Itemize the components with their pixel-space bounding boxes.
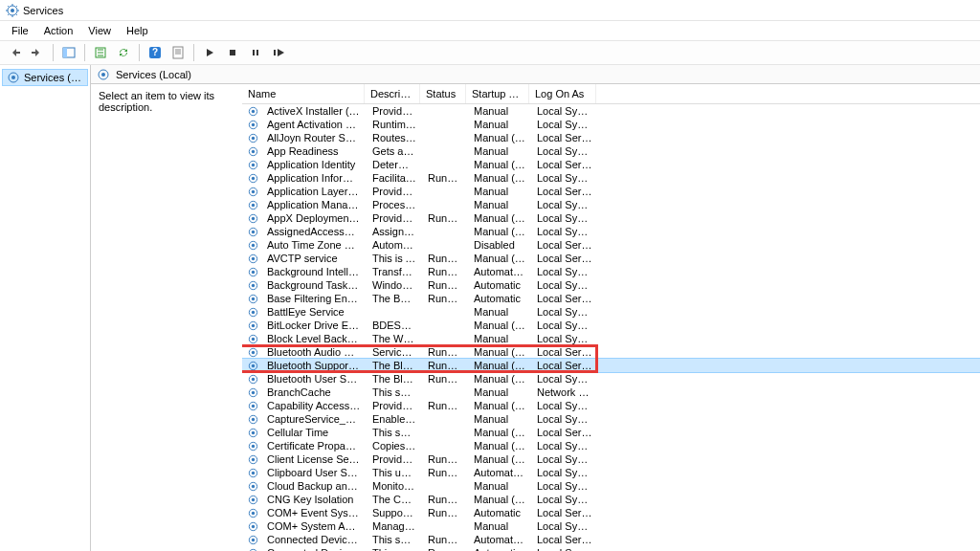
table-row[interactable]: Cellular TimeThis service ...Manual (Tri… bbox=[242, 426, 980, 439]
table-row[interactable]: Connected Devices Platfor...This user se… bbox=[242, 546, 980, 551]
menu-view[interactable]: View bbox=[80, 23, 119, 38]
col-logon[interactable]: Log On As bbox=[529, 84, 596, 103]
table-row[interactable]: Block Level Backup Engine ...The WBENG..… bbox=[242, 332, 980, 345]
table-row[interactable]: Capability Access Manager ...Provides fa… bbox=[242, 399, 980, 412]
table-row[interactable]: ActiveX Installer (AxInstSV)Provides Us.… bbox=[242, 104, 980, 118]
cell-status: Running bbox=[422, 359, 468, 372]
gear-icon bbox=[246, 198, 259, 211]
svg-point-79 bbox=[251, 524, 254, 527]
table-row[interactable]: BranchCacheThis service ...ManualNetwork… bbox=[242, 386, 980, 399]
tree-item-services-local[interactable]: Services (Local) bbox=[2, 69, 88, 86]
service-list[interactable]: Name Description Status Startup Type Log… bbox=[242, 84, 980, 551]
col-name[interactable]: Name bbox=[242, 84, 365, 103]
gear-icon bbox=[246, 278, 259, 292]
cell-name: Connected Devices Platfor... bbox=[261, 546, 367, 551]
restart-button[interactable] bbox=[268, 42, 289, 63]
svg-point-17 bbox=[251, 109, 254, 112]
table-row[interactable]: Bluetooth User Support Ser...The Bluetoo… bbox=[242, 372, 980, 386]
table-row[interactable]: Application IdentityDetermines ...Manual… bbox=[242, 158, 980, 171]
help-button[interactable]: ? bbox=[145, 42, 166, 63]
svg-point-19 bbox=[251, 122, 254, 125]
export-button[interactable] bbox=[90, 42, 111, 63]
gear-icon bbox=[246, 292, 259, 305]
table-row[interactable]: Cloud Backup and Restore ...Monitors th.… bbox=[242, 479, 980, 493]
cell-name: Application Identity bbox=[261, 158, 367, 171]
table-row[interactable]: Application InformationFacilitates t...R… bbox=[242, 171, 980, 185]
stop-button[interactable] bbox=[222, 42, 243, 63]
cell-startup: Manual (Trig... bbox=[468, 399, 531, 412]
back-button[interactable] bbox=[4, 42, 25, 63]
cell-startup: Manual (Trig... bbox=[468, 131, 531, 144]
gear-icon bbox=[246, 158, 259, 171]
table-row[interactable]: Agent Activation Runtime_...Runtime for.… bbox=[242, 118, 980, 131]
table-row[interactable]: Background Intelligent Tran...Transfers … bbox=[242, 265, 980, 278]
table-row[interactable]: BitLocker Drive Encryption ...BDESVC hos… bbox=[242, 319, 980, 332]
pause-button[interactable] bbox=[245, 42, 266, 63]
table-row[interactable]: Application Layer Gateway ...Provides su… bbox=[242, 185, 980, 198]
properties-button[interactable] bbox=[167, 42, 189, 63]
table-row[interactable]: Clipboard User Service_161e...This user … bbox=[242, 466, 980, 479]
cell-startup: Manual (Trig... bbox=[468, 345, 531, 359]
cell-desc: This is Audi... bbox=[367, 252, 422, 265]
cell-name: Capability Access Manager ... bbox=[261, 399, 367, 412]
cell-name: COM+ Event System bbox=[261, 506, 367, 519]
table-row[interactable]: App ReadinessGets apps re...ManualLocal … bbox=[242, 144, 980, 158]
cell-logon: Local Syste... bbox=[531, 439, 598, 452]
table-row[interactable]: Application ManagementProcesses in...Man… bbox=[242, 198, 980, 211]
table-row[interactable]: COM+ Event SystemSupports Sy...RunningAu… bbox=[242, 506, 980, 519]
tree-item-label: Services (Local) bbox=[24, 72, 83, 83]
gear-icon bbox=[246, 171, 259, 185]
gear-icon bbox=[246, 144, 259, 158]
table-row[interactable]: COM+ System ApplicationManages th...Manu… bbox=[242, 519, 980, 533]
menu-help[interactable]: Help bbox=[119, 23, 156, 38]
gear-icon bbox=[246, 493, 259, 506]
gear-icon bbox=[246, 118, 259, 131]
cell-startup: Manual bbox=[468, 198, 531, 211]
table-row[interactable]: AVCTP serviceThis is Audi...RunningManua… bbox=[242, 252, 980, 265]
cell-status: Running bbox=[422, 533, 468, 546]
gear-icon bbox=[246, 185, 259, 198]
table-row[interactable]: Bluetooth Support ServiceThe Bluetoo...R… bbox=[242, 359, 980, 372]
cell-name: ActiveX Installer (AxInstSV) bbox=[261, 104, 367, 118]
table-row[interactable]: Certificate PropagationCopies user ...Ma… bbox=[242, 439, 980, 452]
svg-rect-11 bbox=[274, 50, 276, 55]
menu-action[interactable]: Action bbox=[36, 23, 81, 38]
table-row[interactable]: Connected Devices Platfor...This service… bbox=[242, 533, 980, 546]
col-description[interactable]: Description bbox=[365, 84, 420, 103]
cell-startup: Automatic (... bbox=[468, 533, 531, 546]
cell-desc: Provides Us... bbox=[367, 104, 422, 118]
cell-name: Agent Activation Runtime_... bbox=[261, 118, 367, 131]
forward-button[interactable] bbox=[27, 42, 48, 63]
cell-logon: Local Service bbox=[531, 506, 598, 519]
cell-logon: Local Syste... bbox=[531, 211, 598, 225]
cell-name: Connected Devices Platfor... bbox=[261, 533, 367, 546]
table-row[interactable]: Auto Time Zone UpdaterAutomatica...Disab… bbox=[242, 238, 980, 252]
cell-logon: Local Syste... bbox=[531, 399, 598, 412]
col-startup[interactable]: Startup Type bbox=[466, 84, 529, 103]
table-row[interactable]: AppX Deployment Service (...Provides inf… bbox=[242, 211, 980, 225]
table-row[interactable]: Bluetooth Audio Gateway S...Service sup.… bbox=[242, 345, 980, 359]
col-status[interactable]: Status bbox=[420, 84, 466, 103]
menu-file[interactable]: File bbox=[4, 23, 36, 38]
table-row[interactable]: AllJoyn Router ServiceRoutes AllJo...Man… bbox=[242, 131, 980, 144]
cell-logon: Local Syste... bbox=[531, 118, 598, 131]
services-icon bbox=[97, 68, 110, 81]
table-row[interactable]: AssignedAccessManager Se...AssignedAc...… bbox=[242, 225, 980, 238]
table-row[interactable]: BattlEye ServiceManualLocal Syste... bbox=[242, 305, 980, 319]
table-row[interactable]: CNG Key IsolationThe CNG ke...RunningMan… bbox=[242, 493, 980, 506]
cell-status: Running bbox=[422, 466, 468, 479]
table-row[interactable]: Client License Service (ClipS...Provides… bbox=[242, 452, 980, 466]
start-button[interactable] bbox=[199, 42, 220, 63]
table-row[interactable]: Base Filtering EngineThe Base Fil...Runn… bbox=[242, 292, 980, 305]
table-row[interactable]: CaptureService_161e1cEnables opti...Manu… bbox=[242, 412, 980, 426]
svg-rect-9 bbox=[253, 50, 255, 55]
cell-desc: This service ... bbox=[367, 386, 422, 399]
gear-icon bbox=[246, 372, 259, 386]
cell-desc: Runtime for... bbox=[367, 118, 422, 131]
table-row[interactable]: Background Tasks Infrastruc...Windows in… bbox=[242, 278, 980, 292]
description-prompt: Select an item to view its description. bbox=[99, 90, 214, 113]
cell-name: Background Intelligent Tran... bbox=[261, 265, 367, 278]
cell-startup: Manual (Trig... bbox=[468, 359, 531, 372]
show-hide-button[interactable] bbox=[58, 42, 79, 63]
refresh-button[interactable] bbox=[113, 42, 134, 63]
